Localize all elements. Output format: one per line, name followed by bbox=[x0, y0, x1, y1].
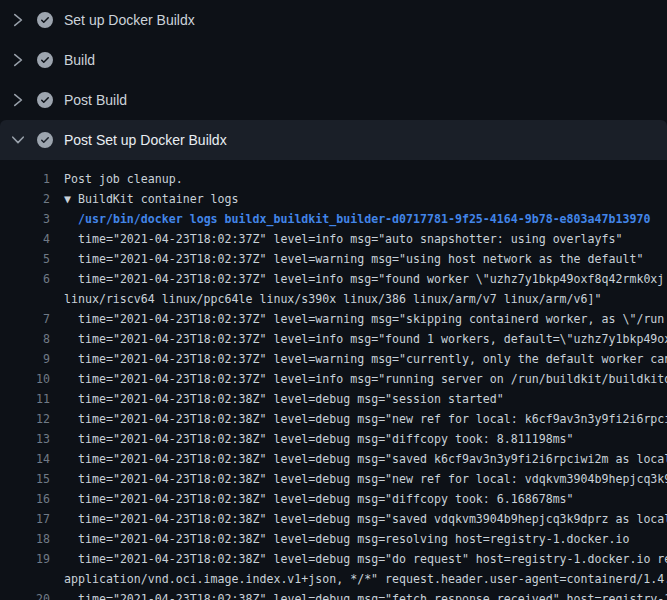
check-circle-icon bbox=[37, 52, 53, 68]
step-label: Set up Docker Buildx bbox=[64, 12, 195, 28]
step-label: Post Build bbox=[64, 92, 127, 108]
log-line-text: Post job cleanup. bbox=[64, 169, 183, 189]
log-row: 17time="2021-04-23T18:02:38Z" level=debu… bbox=[0, 509, 667, 529]
log-line-text: ▼ BuildKit container logs bbox=[64, 189, 239, 209]
log-row: 3/usr/bin/docker logs buildx_buildkit_bu… bbox=[0, 209, 667, 229]
log-line-text: time="2021-04-23T18:02:38Z" level=debug … bbox=[64, 429, 574, 449]
log-line-text: time="2021-04-23T18:02:37Z" level=info m… bbox=[64, 229, 622, 249]
log-line-text: time="2021-04-23T18:02:38Z" level=debug … bbox=[64, 509, 667, 529]
log-row: 8time="2021-04-23T18:02:37Z" level=info … bbox=[0, 329, 667, 349]
log-row: 4time="2021-04-23T18:02:37Z" level=info … bbox=[0, 229, 667, 249]
log-line-number: 5 bbox=[0, 249, 50, 269]
log-line-number: 13 bbox=[0, 429, 50, 449]
log-line-number: 17 bbox=[0, 509, 50, 529]
log-panel: 1Post job cleanup.2▼ BuildKit container … bbox=[0, 160, 667, 600]
log-line-text: time="2021-04-23T18:02:37Z" level=warnin… bbox=[64, 349, 667, 369]
log-line-number: 4 bbox=[0, 229, 50, 249]
log-line-text: time="2021-04-23T18:02:38Z" level=debug … bbox=[64, 389, 504, 409]
log-line-text: time="2021-04-23T18:02:38Z" level=debug … bbox=[64, 589, 667, 600]
log-row: 10time="2021-04-23T18:02:37Z" level=info… bbox=[0, 369, 667, 389]
log-row: 12time="2021-04-23T18:02:38Z" level=debu… bbox=[0, 409, 667, 429]
log-line-number: 14 bbox=[0, 449, 50, 469]
step-row-post-build[interactable]: Post Build bbox=[0, 80, 667, 120]
log-row: 18time="2021-04-23T18:02:38Z" level=debu… bbox=[0, 529, 667, 549]
log-row: 13time="2021-04-23T18:02:38Z" level=debu… bbox=[0, 429, 667, 449]
log-line-number: 16 bbox=[0, 489, 50, 509]
log-command-text: /usr/bin/docker logs buildx_buildkit_bui… bbox=[64, 209, 650, 229]
log-row: 2▼ BuildKit container logs bbox=[0, 189, 667, 209]
log-line-text: time="2021-04-23T18:02:38Z" level=debug … bbox=[64, 469, 667, 489]
log-line-number: 18 bbox=[0, 529, 50, 549]
log-row: 9time="2021-04-23T18:02:37Z" level=warni… bbox=[0, 349, 667, 369]
chevron-down-icon[interactable] bbox=[10, 132, 26, 148]
log-group-collapse-icon[interactable]: ▼ bbox=[64, 192, 78, 206]
log-line-text: time="2021-04-23T18:02:37Z" level=info m… bbox=[64, 369, 667, 389]
chevron-right-icon[interactable] bbox=[10, 12, 26, 28]
check-circle-icon bbox=[37, 12, 53, 28]
log-row: 20time="2021-04-23T18:02:38Z" level=debu… bbox=[0, 589, 667, 600]
log-line-number: 6 bbox=[0, 269, 50, 289]
log-line-number: 2 bbox=[0, 189, 50, 209]
log-line-number: 7 bbox=[0, 309, 50, 329]
log-line-text: time="2021-04-23T18:02:38Z" level=debug … bbox=[64, 489, 574, 509]
log-line-number: 15 bbox=[0, 469, 50, 489]
step-label: Build bbox=[64, 52, 95, 68]
log-group-label[interactable]: BuildKit container logs bbox=[78, 192, 239, 206]
log-line-number: 19 bbox=[0, 549, 50, 569]
log-line-text: time="2021-04-23T18:02:37Z" level=info m… bbox=[64, 269, 664, 289]
step-row-build[interactable]: Build bbox=[0, 40, 667, 80]
chevron-right-icon[interactable] bbox=[10, 92, 26, 108]
check-circle-icon bbox=[37, 92, 53, 108]
log-line-number: 12 bbox=[0, 409, 50, 429]
steps-list: Set up Docker BuildxBuildPost BuildPost … bbox=[0, 0, 667, 160]
log-line-number: 9 bbox=[0, 349, 50, 369]
log-line-text: time="2021-04-23T18:02:38Z" level=debug … bbox=[64, 449, 667, 469]
step-row-set-up-docker-buildx[interactable]: Set up Docker Buildx bbox=[0, 0, 667, 40]
log-line-number: 10 bbox=[0, 369, 50, 389]
log-row: 19time="2021-04-23T18:02:38Z" level=debu… bbox=[0, 549, 667, 569]
log-line-text: linux/riscv64 linux/ppc64le linux/s390x … bbox=[64, 289, 601, 309]
log-row: 1Post job cleanup. bbox=[0, 169, 667, 189]
log-row: 14time="2021-04-23T18:02:38Z" level=debu… bbox=[0, 449, 667, 469]
log-line-number: 20 bbox=[0, 589, 50, 600]
log-line-text: time="2021-04-23T18:02:38Z" level=debug … bbox=[64, 529, 629, 549]
log-row: 15time="2021-04-23T18:02:38Z" level=debu… bbox=[0, 469, 667, 489]
log-row: 6time="2021-04-23T18:02:37Z" level=info … bbox=[0, 269, 667, 289]
log-row: linux/riscv64 linux/ppc64le linux/s390x … bbox=[0, 289, 667, 309]
chevron-right-icon[interactable] bbox=[10, 52, 26, 68]
log-line-text: time="2021-04-23T18:02:38Z" level=debug … bbox=[64, 409, 667, 429]
log-line-number: 3 bbox=[0, 209, 50, 229]
step-label: Post Set up Docker Buildx bbox=[64, 132, 227, 148]
log-row: 7time="2021-04-23T18:02:37Z" level=warni… bbox=[0, 309, 667, 329]
log-row: 5time="2021-04-23T18:02:37Z" level=warni… bbox=[0, 249, 667, 269]
log-line-text: time="2021-04-23T18:02:38Z" level=debug … bbox=[64, 549, 667, 569]
log-line-number: 11 bbox=[0, 389, 50, 409]
log-row: 11time="2021-04-23T18:02:38Z" level=debu… bbox=[0, 389, 667, 409]
log-line-text: application/vnd.oci.image.index.v1+json,… bbox=[64, 569, 667, 589]
log-line-text: time="2021-04-23T18:02:37Z" level=warnin… bbox=[64, 249, 643, 269]
log-line-number: 8 bbox=[0, 329, 50, 349]
log-line-number: 1 bbox=[0, 169, 50, 189]
log-row: application/vnd.oci.image.index.v1+json,… bbox=[0, 569, 667, 589]
log-line-text: time="2021-04-23T18:02:37Z" level=warnin… bbox=[64, 309, 664, 329]
log-line-text: time="2021-04-23T18:02:37Z" level=info m… bbox=[64, 329, 667, 349]
check-circle-icon bbox=[37, 132, 53, 148]
step-row-post-set-up-docker-buildx[interactable]: Post Set up Docker Buildx bbox=[0, 120, 667, 160]
log-row: 16time="2021-04-23T18:02:38Z" level=debu… bbox=[0, 489, 667, 509]
